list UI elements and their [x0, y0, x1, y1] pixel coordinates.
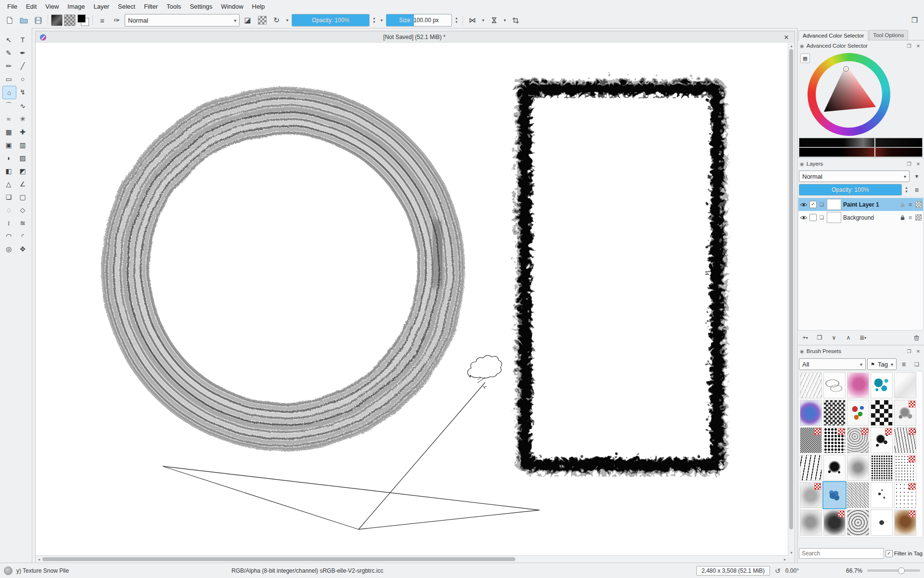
- brush-preset-teal-splatter[interactable]: [871, 372, 893, 398]
- brush-preset-fine-texture[interactable]: [800, 427, 822, 453]
- tool-calligraphy[interactable]: ✒: [16, 47, 29, 59]
- menu-view[interactable]: View: [41, 1, 63, 12]
- close-icon[interactable]: ✕: [782, 34, 791, 41]
- float-docker-icon[interactable]: ❐: [906, 349, 912, 354]
- tool-rectangle[interactable]: ▭: [2, 73, 15, 85]
- search-input[interactable]: [799, 548, 884, 559]
- close-docker-icon[interactable]: ✕: [915, 349, 922, 354]
- inherit-alpha-icon[interactable]: [915, 201, 922, 208]
- brush-preset-splat-blob[interactable]: [823, 455, 846, 481]
- tool-polygon-select[interactable]: ◇: [16, 204, 29, 216]
- pattern-chooser[interactable]: [64, 14, 76, 26]
- scroll-down-icon[interactable]: ▾: [790, 550, 792, 556]
- brush-preset-tiny-specks[interactable]: [894, 482, 916, 508]
- layer-options-button[interactable]: ≣: [911, 184, 923, 196]
- tab-advanced-color-selector[interactable]: Advanced Color Selector: [798, 30, 868, 40]
- brush-preset-pink-smudge[interactable]: [847, 372, 869, 398]
- chevron-down-icon[interactable]: ▾: [502, 18, 508, 23]
- tool-rect-select[interactable]: ▢: [16, 191, 29, 203]
- eraser-toggle[interactable]: ◪: [241, 14, 254, 26]
- brush-preset-scratch-lines[interactable]: [894, 427, 916, 453]
- preset-view-mode-button[interactable]: ≣: [898, 358, 910, 370]
- mirror-horizontal-button[interactable]: ⋈: [466, 14, 479, 26]
- brush-preset-hair-strokes[interactable]: [800, 455, 822, 481]
- lock-icon[interactable]: [900, 215, 905, 221]
- brush-preset-pencil-sketch[interactable]: [800, 372, 822, 398]
- menu-filter[interactable]: Filter: [140, 1, 162, 12]
- tool-polyline[interactable]: ↯: [16, 86, 29, 98]
- layer-filter-button[interactable]: ▼: [911, 171, 923, 182]
- saturation-value-triangle[interactable]: [816, 61, 882, 128]
- hue-ring[interactable]: [808, 53, 890, 136]
- tool-freehand-path[interactable]: ∿: [16, 100, 29, 112]
- tool-zoom[interactable]: ◎: [2, 243, 15, 255]
- move-layer-up-button[interactable]: ∧: [842, 332, 855, 343]
- visibility-eye-icon[interactable]: [800, 215, 808, 221]
- tool-freehand-select[interactable]: ≀: [2, 217, 15, 229]
- tool-reference-images[interactable]: ❏: [2, 191, 15, 203]
- tool-measure[interactable]: ∠: [16, 178, 29, 190]
- layer-row[interactable]: ✓ ❏ Paint Layer 1 α: [798, 198, 923, 211]
- zoom-value[interactable]: 66.7%: [846, 567, 862, 574]
- vertical-scroll-track[interactable]: [789, 49, 794, 550]
- tool-gradient[interactable]: ▥: [16, 139, 29, 151]
- float-docker-icon[interactable]: ❐: [906, 43, 912, 49]
- brush-size-slider[interactable]: Size: 100.00 px Size: 100.00 px: [386, 14, 452, 26]
- selector-settings-button[interactable]: ▦: [800, 53, 810, 63]
- menu-file[interactable]: File: [3, 1, 22, 12]
- new-document-button[interactable]: [3, 14, 16, 26]
- brush-editor-button[interactable]: ≡: [96, 14, 109, 26]
- brush-preset-soft-round[interactable]: [800, 510, 822, 536]
- close-docker-icon[interactable]: ✕: [915, 43, 922, 49]
- close-docker-icon[interactable]: ✕: [915, 161, 922, 167]
- tool-bezier-select[interactable]: ◜: [16, 230, 29, 242]
- layer-name[interactable]: Paint Layer 1: [843, 201, 898, 208]
- brush-preset-halftone-dots[interactable]: [823, 427, 846, 453]
- fg-bg-color-swatch[interactable]: [77, 14, 90, 26]
- chevron-down-icon[interactable]: ▾: [379, 18, 385, 23]
- tool-similar-select[interactable]: ≋: [16, 217, 29, 229]
- chevron-down-icon[interactable]: ▾: [284, 18, 290, 23]
- opacity-slider[interactable]: Opacity: 100% Opacity: 100%: [292, 14, 370, 26]
- tag-button[interactable]: ⚑ Tag ▾: [867, 358, 897, 370]
- brush-preset-checker-small[interactable]: [823, 400, 846, 426]
- tool-text[interactable]: T: [16, 34, 29, 46]
- brush-preset-sepia-stamp[interactable]: [894, 510, 916, 536]
- add-layer-button[interactable]: +▾: [799, 332, 811, 343]
- duplicate-layer-button[interactable]: ❐: [813, 332, 826, 343]
- layer-thumbnail[interactable]: [827, 199, 841, 210]
- brush-preset-dense-speckle[interactable]: [871, 455, 893, 481]
- layer-row[interactable]: ❏ Background α: [798, 211, 923, 224]
- tool-line[interactable]: ╱: [16, 60, 29, 72]
- tool-transform[interactable]: ▦: [2, 126, 15, 138]
- brush-preset-color-spots[interactable]: [847, 400, 869, 426]
- tool-crop[interactable]: ▣: [2, 139, 15, 151]
- tool-pan[interactable]: ✥: [16, 243, 29, 255]
- tool-edit-shapes[interactable]: ✎: [2, 47, 15, 59]
- trim-to-image-button[interactable]: [509, 14, 522, 26]
- tool-fill[interactable]: ◧: [2, 165, 15, 177]
- lock-icon[interactable]: [900, 202, 905, 208]
- workspace-chooser-button[interactable]: ❒: [908, 14, 921, 26]
- brush-preset-fine-specks[interactable]: [894, 455, 916, 481]
- tool-ellipse-select[interactable]: ◌: [2, 204, 15, 216]
- tool-enclose-fill[interactable]: ◩: [16, 165, 29, 177]
- zoom-slider[interactable]: [867, 569, 920, 572]
- alpha-lock-icon[interactable]: α: [907, 202, 913, 207]
- brush-preset-soft-grain[interactable]: [847, 455, 869, 481]
- opacity-spinbox[interactable]: ▴▾: [371, 16, 377, 24]
- gradient-chooser[interactable]: [51, 14, 63, 26]
- tool-pattern[interactable]: ▨: [16, 152, 29, 164]
- brush-preset-gray-splat[interactable]: [894, 400, 916, 426]
- mirror-vertical-button[interactable]: ⋈: [488, 14, 500, 26]
- brush-preset-sparse-specks[interactable]: [871, 482, 893, 508]
- visibility-eye-icon[interactable]: [800, 202, 808, 208]
- docker-lock-icon[interactable]: ◉: [800, 349, 804, 354]
- scroll-right-icon[interactable]: ▸: [782, 557, 788, 562]
- layer-opacity-spinbox[interactable]: ▴▾: [903, 186, 910, 194]
- save-button[interactable]: [32, 14, 45, 26]
- brush-presets-button[interactable]: ✑: [110, 14, 123, 26]
- reload-preset-button[interactable]: ↻: [270, 14, 283, 26]
- preserve-alpha-toggle[interactable]: [256, 14, 269, 26]
- subwindow-titlebar[interactable]: [Not Saved] (52.1 MiB) * ✕: [36, 31, 795, 43]
